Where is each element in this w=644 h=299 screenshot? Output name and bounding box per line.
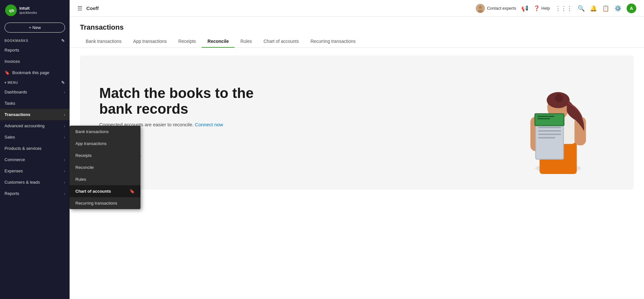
page-area: Transactions Bank transactions App trans… xyxy=(70,17,644,299)
submenu-item-reconcile-label: Reconcile xyxy=(75,165,94,170)
dashboards-chevron-icon: › xyxy=(64,90,65,94)
tab-recurring-transactions[interactable]: Recurring transactions xyxy=(305,35,361,48)
sidebar-item-commerce-label: Commerce xyxy=(5,157,25,162)
svg-rect-17 xyxy=(537,116,554,117)
customers-leads-chevron-icon: › xyxy=(64,180,65,184)
submenu-item-reconcile[interactable]: Reconcile xyxy=(70,161,140,173)
transactions-chevron-icon: › xyxy=(64,113,65,117)
sidebar-item-expenses[interactable]: Expenses › xyxy=(0,165,70,177)
sidebar-item-advanced-accounting-label: Advanced accounting xyxy=(5,123,44,128)
sidebar-item-bookmark-page[interactable]: 🔖 Bookmark this page xyxy=(0,67,70,78)
sidebar-item-dashboards-label: Dashboards xyxy=(5,90,27,94)
connect-now-link[interactable]: Connect now xyxy=(195,122,223,127)
contact-experts-label: Contact experts xyxy=(487,6,516,11)
svg-rect-20 xyxy=(538,130,561,131)
sidebar-item-reports[interactable]: Reports xyxy=(0,44,70,56)
submenu-item-receipts[interactable]: Receipts xyxy=(70,150,140,161)
transactions-submenu: Bank transactions App transactions Recei… xyxy=(70,126,140,209)
new-button[interactable]: + New xyxy=(5,23,65,33)
sidebar-item-customers-leads[interactable]: Customers & leads › xyxy=(0,177,70,188)
sidebar-item-invoices-label: Invoices xyxy=(5,59,20,64)
hero-title-line2: bank records xyxy=(99,101,188,117)
svg-point-4 xyxy=(478,10,483,13)
sidebar-item-sales-label: Sales xyxy=(5,135,15,140)
sidebar-item-tasks-label: Tasks xyxy=(5,101,15,106)
topbar-company-name: Coeff xyxy=(86,5,99,11)
sales-chevron-icon: › xyxy=(64,135,65,139)
sidebar-item-reports-menu-label: Reports xyxy=(5,191,19,196)
megaphone-icon[interactable]: 📢 xyxy=(521,5,528,12)
tab-bank-transactions[interactable]: Bank transactions xyxy=(80,35,127,48)
hero-title-line1: Match the books to the xyxy=(99,85,254,101)
contact-avatar xyxy=(476,4,485,13)
svg-rect-19 xyxy=(538,127,561,128)
tabs-bar: Bank transactions App transactions Recei… xyxy=(70,35,644,48)
sidebar-item-reports-label: Reports xyxy=(5,48,19,53)
submenu-item-app-transactions[interactable]: App transactions xyxy=(70,138,140,150)
submenu-item-rules[interactable]: Rules xyxy=(70,173,140,185)
bell-icon[interactable]: 🔔 xyxy=(590,5,597,12)
hero-title: Match the books to the bank records xyxy=(99,85,254,117)
sidebar-item-tasks[interactable]: Tasks xyxy=(0,98,70,109)
help-circle-icon: ❓ xyxy=(533,5,540,11)
commerce-chevron-icon: › xyxy=(64,158,65,162)
sidebar-item-bookmark-label: Bookmark this page xyxy=(12,70,49,75)
help-label: Help xyxy=(541,6,550,11)
hamburger-icon[interactable]: ☰ xyxy=(77,5,82,12)
submenu-item-chart-of-accounts-label: Chart of accounts xyxy=(75,189,111,194)
submenu-item-bank-transactions[interactable]: Bank transactions xyxy=(70,126,140,138)
page-header: Transactions xyxy=(70,17,644,32)
tab-app-transactions[interactable]: App transactions xyxy=(127,35,172,48)
submenu-item-recurring-transactions-label: Recurring transactions xyxy=(75,201,117,206)
sidebar-item-products-services[interactable]: Products & services xyxy=(0,143,70,154)
sidebar-item-advanced-accounting[interactable]: Advanced accounting › xyxy=(0,120,70,131)
tab-chart-of-accounts[interactable]: Chart of accounts xyxy=(258,35,305,48)
sidebar-item-transactions[interactable]: Transactions › xyxy=(0,109,70,120)
sidebar-item-commerce[interactable]: Commerce › xyxy=(0,154,70,165)
expenses-chevron-icon: › xyxy=(64,169,65,173)
page-title: Transactions xyxy=(80,23,634,32)
qb-logo-text: intuitquickbooks xyxy=(19,6,37,15)
sidebar-item-products-services-label: Products & services xyxy=(5,146,42,151)
menu-edit-icon[interactable]: ✎ xyxy=(61,80,65,85)
menu-label: ▾ MENU xyxy=(5,81,18,84)
user-avatar[interactable]: A xyxy=(627,4,636,13)
logo-area: qb intuitquickbooks xyxy=(0,0,70,21)
sidebar-item-invoices[interactable]: Invoices xyxy=(0,56,70,67)
svg-rect-18 xyxy=(537,118,550,120)
submenu-item-receipts-label: Receipts xyxy=(75,153,92,158)
search-icon[interactable]: 🔍 xyxy=(578,5,585,12)
help-button[interactable]: ❓ Help xyxy=(533,5,550,11)
submenu-item-rules-label: Rules xyxy=(75,177,86,182)
contact-experts-button[interactable]: Contact experts xyxy=(476,4,516,13)
hero-section: Match the books to the bank records Conn… xyxy=(80,55,634,189)
menu-section-header: ▾ MENU ✎ xyxy=(0,78,70,86)
sidebar-item-sales[interactable]: Sales › xyxy=(0,131,70,143)
clipboard-icon[interactable]: 📋 xyxy=(602,5,609,12)
submenu-item-recurring-transactions[interactable]: Recurring transactions xyxy=(70,197,140,209)
reports-chevron-icon: › xyxy=(64,192,65,196)
topbar: ☰ Coeff Contact experts 📢 ❓ Help ⋮⋮⋮ xyxy=(70,0,644,17)
svg-point-3 xyxy=(479,6,482,9)
advanced-accounting-chevron-icon: › xyxy=(64,124,65,128)
sidebar-item-customers-leads-label: Customers & leads xyxy=(5,180,40,185)
topbar-right: Contact experts 📢 ❓ Help ⋮⋮⋮ 🔍 🔔 📋 ⚙️ A xyxy=(476,4,636,13)
hero-svg xyxy=(505,71,614,174)
hero-illustration xyxy=(505,71,614,174)
grid-icon[interactable]: ⋮⋮⋮ xyxy=(555,5,572,12)
sidebar-item-transactions-label: Transactions xyxy=(5,112,30,117)
bookmarks-edit-icon[interactable]: ✎ xyxy=(61,38,65,43)
bookmarks-section-header: BOOKMARKS ✎ xyxy=(0,36,70,44)
tab-receipts[interactable]: Receipts xyxy=(173,35,202,48)
svg-point-10 xyxy=(555,94,563,102)
tab-rules[interactable]: Rules xyxy=(235,35,258,48)
settings-icon[interactable]: ⚙️ xyxy=(614,5,621,12)
sidebar-item-dashboards[interactable]: Dashboards › xyxy=(0,86,70,98)
sidebar-item-reports-menu[interactable]: Reports › xyxy=(0,188,70,199)
svg-rect-21 xyxy=(538,134,561,135)
chart-of-accounts-bookmark-icon: 🔖 xyxy=(130,189,135,194)
tab-reconcile[interactable]: Reconcile xyxy=(202,35,235,48)
svg-rect-22 xyxy=(538,137,555,138)
submenu-item-app-transactions-label: App transactions xyxy=(75,141,107,146)
submenu-item-chart-of-accounts[interactable]: Chart of accounts 🔖 xyxy=(70,185,140,197)
